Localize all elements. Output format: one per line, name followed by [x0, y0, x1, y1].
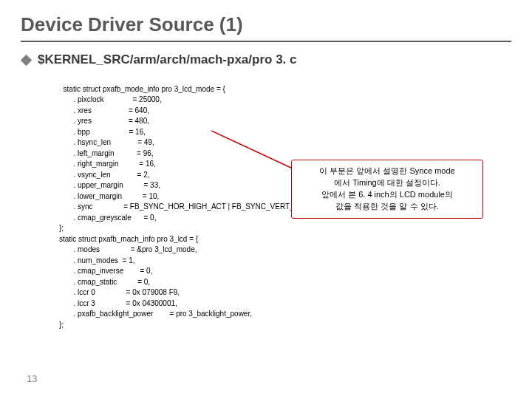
- callout-line4: 값을 적용한 것을 알 수 있다.: [298, 201, 477, 213]
- callout-line2: 에서 Timing에 대한 설정이다.: [298, 177, 477, 189]
- page-title: Device Driver Source (1): [21, 13, 511, 36]
- title-divider: [21, 41, 511, 42]
- callout-line3: 앞에서 본 6. 4 inch의 LCD module의: [298, 189, 477, 201]
- subhead-row: $KERNEL_SRC/arm/arch/mach-pxa/pro 3. c: [21, 52, 511, 67]
- callout-box: 이 부분은 앞에서 설명한 Synce mode 에서 Timing에 대한 설…: [291, 160, 483, 219]
- file-path-subhead: $KERNEL_SRC/arm/arch/mach-pxa/pro 3. c: [38, 52, 297, 67]
- diamond-bullet-icon: [21, 54, 33, 66]
- page-number: 13: [27, 373, 37, 384]
- callout-line1: 이 부분은 앞에서 설명한 Synce mode: [298, 166, 477, 177]
